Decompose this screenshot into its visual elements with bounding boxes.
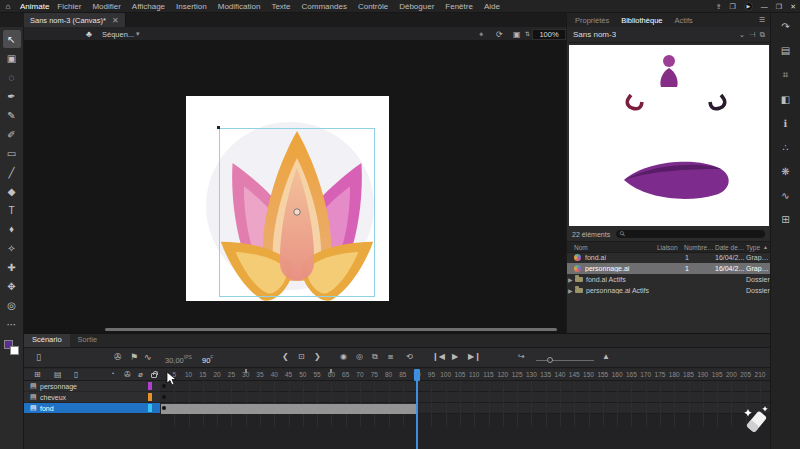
tab-proprietes[interactable]: Propriétés bbox=[575, 16, 609, 25]
hand-tool[interactable]: ✥ bbox=[3, 277, 21, 295]
frame-rate-value[interactable]: 30,00IPS bbox=[165, 354, 192, 365]
tab-bibliotheque[interactable]: Bibliothèque bbox=[621, 16, 662, 25]
tab-sortie[interactable]: Sortie bbox=[70, 334, 106, 347]
tab-close-icon[interactable]: ✕ bbox=[112, 16, 119, 25]
timeline-zoom-knob[interactable] bbox=[547, 357, 553, 363]
library-document-dropdown[interactable]: Sans nom-3 bbox=[573, 30, 616, 39]
horizontal-scrollbar[interactable] bbox=[105, 328, 557, 331]
layer-camera-icon[interactable]: ✇ bbox=[124, 370, 131, 379]
search-input[interactable] bbox=[628, 231, 761, 238]
menu-fenêtre[interactable]: Fenêtre bbox=[445, 2, 473, 11]
menu-déboguer[interactable]: Déboguer bbox=[399, 2, 434, 11]
tab-actifs[interactable]: Actifs bbox=[674, 16, 692, 25]
library-row-fond-actifs[interactable]: ▶ fond.ai Actifs Dossier bbox=[567, 274, 771, 285]
fluid-brush-icon[interactable]: ∴ bbox=[782, 142, 788, 153]
selection-bounding-box[interactable] bbox=[219, 128, 375, 297]
pencil-tool[interactable]: ✎ bbox=[3, 106, 21, 124]
library-row-personnage[interactable]: personnage.ai 1 16/04/2... Graphique bbox=[567, 263, 771, 274]
marker-icon[interactable]: ⚑ bbox=[130, 352, 138, 362]
pen-tool[interactable]: ✒ bbox=[3, 87, 21, 105]
layer-color-chip[interactable] bbox=[148, 393, 152, 401]
col-date[interactable]: Date de mo... bbox=[715, 244, 745, 251]
zoom-tool[interactable]: ◎ bbox=[3, 296, 21, 314]
edit-multiple-frames-icon[interactable]: ⧉ bbox=[372, 352, 378, 362]
layer-color-chip[interactable] bbox=[148, 404, 152, 412]
fill-color-swatch[interactable] bbox=[10, 346, 19, 355]
more-tools[interactable]: ⋯ bbox=[3, 315, 21, 333]
zoom-stepper[interactable]: ⇅ bbox=[525, 30, 530, 37]
menu-modification[interactable]: Modification bbox=[218, 2, 261, 11]
frames-area[interactable]: 5101520253035404550556065707580859095100… bbox=[160, 369, 770, 449]
magic-wand-icon[interactable] bbox=[740, 403, 774, 437]
menu-modifier[interactable]: Modifier bbox=[92, 2, 120, 11]
menu-aide[interactable]: Aide bbox=[484, 2, 500, 11]
chevron-down-icon[interactable]: ▾ bbox=[136, 30, 140, 38]
frame-row-cheveux[interactable] bbox=[160, 392, 770, 403]
info-icon[interactable]: ℹ bbox=[784, 118, 788, 129]
col-type[interactable]: Type bbox=[746, 244, 760, 251]
layer-row-personnage[interactable]: ▤ personnage bbox=[24, 381, 160, 392]
components-icon[interactable]: ⊞ bbox=[781, 214, 789, 225]
layer-row-cheveux[interactable]: ▤ cheveux bbox=[24, 392, 160, 403]
selection-handle[interactable] bbox=[217, 126, 220, 129]
col-liaison[interactable]: Liaison bbox=[657, 244, 683, 251]
onion-outline-icon[interactable]: ◎ bbox=[356, 352, 363, 361]
share-icon[interactable]: ⇪ bbox=[716, 3, 722, 11]
reset-zoom-icon[interactable]: ↪ bbox=[518, 352, 525, 361]
center-stage-icon[interactable]: ⌖ bbox=[479, 30, 484, 40]
onion-skin-icon[interactable]: ◉ bbox=[340, 352, 347, 361]
align-icon[interactable]: ▤ bbox=[781, 45, 790, 56]
delete-layer-icon[interactable]: ▯ bbox=[74, 370, 78, 379]
playhead-line[interactable] bbox=[416, 369, 418, 449]
new-library-panel-icon[interactable]: ⧉ bbox=[760, 30, 765, 40]
new-layer-icon[interactable]: ⊞ bbox=[34, 370, 41, 379]
menu-contrôle[interactable]: Contrôle bbox=[358, 2, 388, 11]
insert-keyframe-icon[interactable]: ⊡ bbox=[298, 352, 305, 361]
pin-library-icon[interactable]: ⊣ bbox=[749, 30, 756, 39]
col-nom[interactable]: Nom bbox=[574, 244, 588, 251]
lock-all-icon[interactable] bbox=[151, 373, 157, 378]
color-icon[interactable]: ◧ bbox=[781, 94, 790, 105]
layer-row-fond[interactable]: ▤ fond bbox=[24, 403, 160, 414]
layer-color-chip[interactable] bbox=[148, 382, 152, 390]
show-all-dot-icon[interactable]: • bbox=[112, 370, 114, 376]
stage[interactable] bbox=[186, 96, 389, 301]
line-tool[interactable]: ╱ bbox=[3, 163, 21, 181]
eyedropper-tool[interactable]: ✧ bbox=[3, 239, 21, 257]
paint-icon[interactable]: ❋ bbox=[781, 166, 789, 177]
rotate-view-icon[interactable]: ⟳ bbox=[496, 30, 503, 39]
workspace-icon[interactable]: ❒ bbox=[730, 3, 736, 11]
keyframe-dot[interactable] bbox=[162, 406, 166, 410]
delete-frame-icon[interactable]: ▯ bbox=[36, 352, 41, 362]
menu-insertion[interactable]: Insertion bbox=[176, 2, 207, 11]
zoom-large-icon[interactable]: ▲ bbox=[602, 352, 610, 361]
menu-fichier[interactable]: Fichier bbox=[57, 2, 81, 11]
lasso-tool[interactable]: ◌ bbox=[3, 68, 21, 86]
zoom-level-value[interactable]: 100% bbox=[532, 29, 566, 40]
new-folder-icon[interactable]: ▤ bbox=[54, 370, 62, 379]
canvas-area[interactable] bbox=[24, 41, 566, 333]
transform-icon[interactable]: ⌗ bbox=[783, 69, 789, 81]
ink-bottle-tool[interactable]: ⬧ bbox=[3, 220, 21, 238]
frame-ruler[interactable]: 5101520253035404550556065707580859095100… bbox=[160, 369, 770, 381]
hide-all-icon[interactable]: ø bbox=[138, 370, 143, 379]
history-icon[interactable]: ↷ bbox=[781, 21, 789, 32]
document-tab[interactable]: Sans nom-3 (Canvas)* ✕ bbox=[24, 13, 126, 27]
free-transform-tool[interactable]: ▣ bbox=[3, 49, 21, 67]
library-row-personnage-actifs[interactable]: ▶ personnage.ai Actifs Dossier bbox=[567, 285, 771, 296]
graph-icon[interactable]: ∿ bbox=[144, 352, 152, 362]
tab-scenario[interactable]: Scénario bbox=[24, 334, 70, 347]
keyframe-dot[interactable] bbox=[162, 384, 166, 388]
loop-icon[interactable]: ⟲ bbox=[406, 352, 413, 361]
motion-editor-icon[interactable]: ∿ bbox=[781, 190, 789, 201]
current-frame-value[interactable]: 90F bbox=[202, 354, 213, 365]
expand-arrow-icon[interactable]: ▶ bbox=[568, 276, 573, 283]
previous-keyframe-icon[interactable]: ❮ bbox=[282, 352, 289, 361]
library-row-fond[interactable]: fond.ai 1 16/04/2... Graphique bbox=[567, 252, 771, 263]
col-nombre[interactable]: Nombre d'u... bbox=[684, 244, 714, 251]
next-keyframe-icon[interactable]: ❯ bbox=[314, 352, 321, 361]
minimize-button[interactable]: — bbox=[761, 3, 768, 10]
panel-menu-icon[interactable]: ☰ bbox=[759, 16, 765, 24]
text-tool[interactable]: T bbox=[3, 201, 21, 219]
step-forward-icon[interactable]: ▶❙ bbox=[468, 352, 481, 361]
